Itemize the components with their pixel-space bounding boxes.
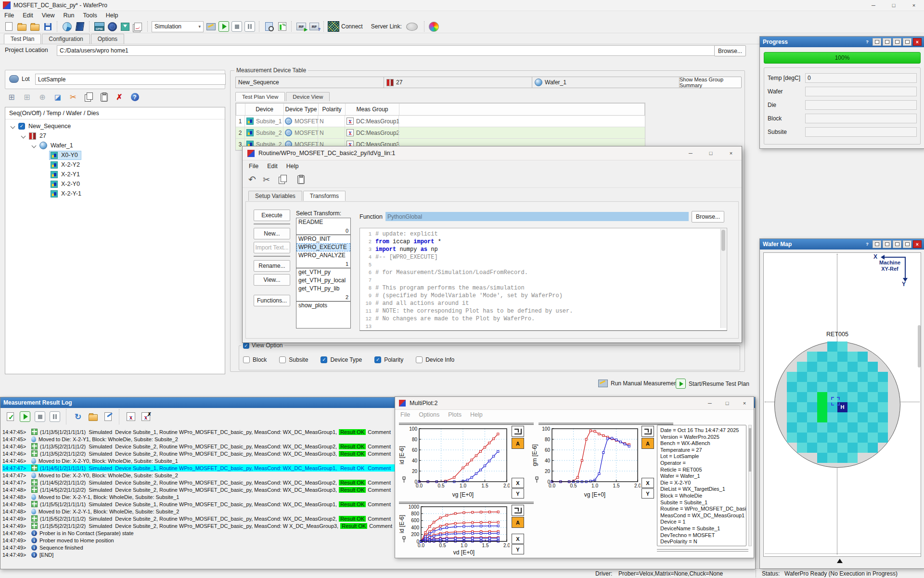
tree-die-X-2-Y0[interactable]: X-2-Y0 xyxy=(5,179,225,189)
wafer-die-cell[interactable] xyxy=(837,362,847,372)
help-icon[interactable]: ? xyxy=(863,241,871,248)
tree-row-wafer[interactable]: Wafer_1 xyxy=(5,141,225,150)
copy-icon[interactable] xyxy=(277,174,288,185)
wafer-die-cell[interactable] xyxy=(868,433,878,443)
checkbox[interactable] xyxy=(243,356,250,363)
wafer-die-cell[interactable] xyxy=(868,422,878,433)
close-icon[interactable]: × xyxy=(913,240,922,248)
wafer-die-cell[interactable] xyxy=(807,443,817,453)
wafer-die-cell[interactable] xyxy=(787,392,797,402)
wafer-die-cell[interactable] xyxy=(858,422,868,433)
close-icon[interactable]: × xyxy=(913,38,922,46)
device-table-sequence[interactable]: New_Sequence xyxy=(235,77,385,88)
minimize-icon[interactable] xyxy=(903,38,911,46)
x-axis-button[interactable]: X xyxy=(512,478,524,488)
tab-device-view[interactable]: Device View xyxy=(286,92,330,101)
maximize-icon[interactable]: □ xyxy=(884,0,904,11)
wafer-die-cell[interactable] xyxy=(787,402,797,412)
tab-test-plan[interactable]: Test Plan xyxy=(4,34,41,44)
wafer-die-cell[interactable] xyxy=(817,443,827,453)
code-scrollbar[interactable] xyxy=(720,229,726,328)
stop-icon[interactable] xyxy=(231,21,243,32)
run-icon[interactable] xyxy=(19,411,31,422)
undo-icon[interactable]: ↶ xyxy=(248,174,256,185)
transform-item-get_VTH_py[interactable]: get_VTH_py xyxy=(296,268,350,276)
wafer-die-cell[interactable] xyxy=(827,342,837,352)
wafer-die-cell[interactable] xyxy=(827,372,837,382)
new-button[interactable]: New... xyxy=(254,228,290,239)
wafer-die-cell[interactable] xyxy=(837,422,847,433)
connect-button[interactable]: Connect xyxy=(328,21,363,32)
minimize-icon[interactable]: ─ xyxy=(863,0,884,11)
maximize-icon[interactable]: □ xyxy=(704,148,718,158)
paste-icon[interactable] xyxy=(98,92,110,103)
wafer-die-cell[interactable] xyxy=(858,402,868,412)
new-project-icon[interactable] xyxy=(3,21,14,32)
wafer-die-cell[interactable] xyxy=(807,422,817,433)
col-polarity[interactable]: Polarity xyxy=(318,104,345,115)
wafer-die-cell[interactable] xyxy=(837,443,847,453)
tree-die-X0-Y0[interactable]: X0-Y0 xyxy=(5,150,225,160)
field-value[interactable] xyxy=(805,114,917,123)
close-plots-icon[interactable]: ✗ xyxy=(140,411,152,422)
wafer-die-cell[interactable] xyxy=(847,382,858,392)
tree-die-X-2-Y2[interactable]: X-2-Y2 xyxy=(5,160,225,170)
wafer-die-cell[interactable] xyxy=(807,372,817,382)
wafer-die-cell[interactable] xyxy=(837,412,847,422)
plot-log-icon[interactable] xyxy=(125,411,137,422)
view-option-device-type[interactable]: Device Type xyxy=(321,356,362,363)
multiplot-menu-plots[interactable]: Plots xyxy=(444,410,466,419)
tree-row-temp[interactable]: 27 xyxy=(5,131,225,141)
wafer-die-cell[interactable] xyxy=(868,362,878,372)
autoscale-button[interactable]: A xyxy=(512,517,524,528)
maximize-icon[interactable] xyxy=(893,38,901,46)
view-option-subsite[interactable]: Subsite xyxy=(279,356,308,363)
wafer-die-cell[interactable] xyxy=(787,433,797,443)
splitter[interactable] xyxy=(399,502,534,504)
wafer-die-cell[interactable] xyxy=(858,372,868,382)
wafer-die-cell[interactable] xyxy=(817,422,827,433)
rename-button[interactable]: Rename... xyxy=(254,260,290,272)
pause-icon[interactable] xyxy=(244,21,256,32)
transform-item-get_VTH_py_local[interactable]: get_VTH_py_local xyxy=(296,276,350,285)
pause-icon[interactable] xyxy=(49,411,61,422)
transform-item-README[interactable]: README xyxy=(296,218,350,226)
wafer-die-cell[interactable] xyxy=(797,382,807,392)
project-location-field[interactable]: C:/Data/users/wpro home1 xyxy=(57,45,715,56)
import-text-button[interactable]: Import Text... xyxy=(254,242,290,253)
clear-log-icon[interactable] xyxy=(102,411,114,422)
checkbox[interactable] xyxy=(416,356,423,363)
float-icon[interactable] xyxy=(873,240,881,248)
wafer-die-cell[interactable] xyxy=(868,412,878,422)
verify-log-icon[interactable]: ✓ xyxy=(4,411,16,422)
x-axis-button[interactable]: X xyxy=(512,534,524,544)
menu-tools[interactable]: Tools xyxy=(79,11,102,20)
menu-view[interactable]: View xyxy=(38,11,59,20)
y-axis-button[interactable]: Y xyxy=(512,544,524,554)
wafer-die-cell[interactable] xyxy=(807,352,817,362)
wafer-die-cell[interactable] xyxy=(868,372,878,382)
tab-setup-variables[interactable]: Setup Variables xyxy=(248,191,302,201)
splitter[interactable] xyxy=(399,423,534,425)
wafer-die-cell[interactable] xyxy=(868,402,878,412)
cut-icon[interactable]: ✂ xyxy=(263,174,270,185)
notebook-icon[interactable] xyxy=(74,21,86,32)
maximize-icon[interactable] xyxy=(893,240,901,248)
wafer-die-cell[interactable] xyxy=(847,412,858,422)
info-scrollbar[interactable] xyxy=(748,425,752,546)
transform-item-WPRO_EXECUTE[interactable]: WPRO_EXECUTE xyxy=(296,243,350,251)
menu-file[interactable]: File xyxy=(0,11,18,20)
view-option-polarity[interactable]: Polarity xyxy=(374,356,403,363)
wafer-die-cell[interactable] xyxy=(847,352,858,362)
wafer-die-cell[interactable] xyxy=(807,382,817,392)
col-device-type[interactable]: Device Type xyxy=(283,104,318,115)
wafer-die-cell[interactable] xyxy=(827,422,837,433)
wafer-die-cell[interactable] xyxy=(797,392,807,402)
wafer-die-cell[interactable] xyxy=(797,443,807,453)
wafer-map-toolbar-icon[interactable] xyxy=(428,21,440,32)
field-value[interactable]: 0 xyxy=(805,73,917,83)
wafer-die-cell[interactable] xyxy=(847,402,858,412)
tab-configuration[interactable]: Configuration xyxy=(42,34,90,44)
wafer-die-cell[interactable] xyxy=(787,382,797,392)
y-axis-button[interactable]: Y xyxy=(512,488,524,499)
